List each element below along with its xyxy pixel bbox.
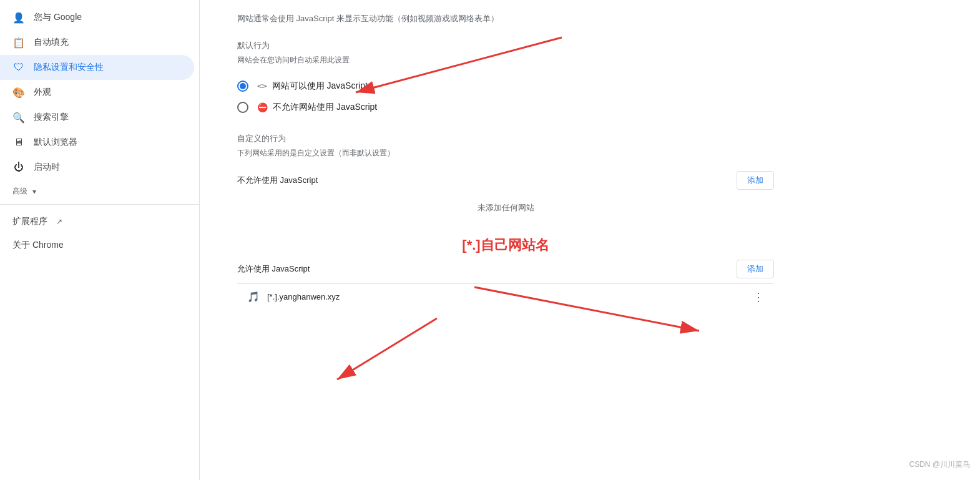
sidebar-item-privacy[interactable]: 🛡 隐私设置和安全性 (0, 55, 194, 80)
chevron-down-icon: ▾ (32, 187, 36, 196)
allow-js-section: 允许使用 JavaScript 添加 🎵 [*.].yanghanwen.xyz… (237, 260, 774, 310)
code-icon: <> (257, 81, 267, 91)
no-script-icon: ⛔ (257, 102, 268, 112)
sidebar-item-appearance[interactable]: 🎨 外观 (0, 80, 194, 105)
search-icon: 🔍 (12, 111, 25, 124)
external-link-icon: ↗ (56, 217, 62, 226)
radio-option-disallow[interactable]: ⛔ 不允许网站使用 JavaScript (237, 97, 774, 118)
radio-allow-label-group: <> 网站可以使用 JavaScript (257, 81, 368, 92)
add-allow-button[interactable]: 添加 (737, 260, 774, 278)
sidebar-item-label: 隐私设置和安全性 (34, 62, 104, 73)
allow-label: 允许使用 JavaScript (237, 263, 310, 275)
sidebar-item-label: 自动填充 (34, 37, 69, 48)
sidebar-item-startup[interactable]: ⏻ 启动时 (0, 155, 194, 180)
disallow-header: 不允许使用 JavaScript 添加 (237, 171, 774, 190)
extensions-label: 扩展程序 (12, 216, 47, 227)
sidebar-divider (0, 204, 199, 205)
custom-behavior-section: 自定义的行为 下列网站采用的是自定义设置（而非默认设置） 不允许使用 JavaS… (237, 133, 774, 310)
advanced-label: 高级 (12, 186, 27, 197)
autofill-icon: 📋 (12, 36, 25, 49)
sidebar-item-label: 您与 Google (34, 12, 82, 23)
site-name: [*.].yanghanwen.xyz (267, 292, 745, 301)
annotation-text: [*.]自己网站名 (237, 236, 774, 255)
radio-disallow-indicator (237, 102, 248, 113)
disallow-label: 不允许使用 JavaScript (237, 175, 318, 186)
disallow-empty-text: 未添加任何网站 (237, 195, 774, 221)
default-behavior-title: 默认行为 (237, 40, 774, 51)
sidebar-item-search[interactable]: 🔍 搜索引擎 (0, 105, 194, 130)
power-icon: ⏻ (12, 161, 25, 174)
watermark: CSDN @川川菜鸟 (909, 459, 970, 470)
more-options-icon[interactable]: ⋮ (753, 290, 764, 304)
radio-allow-text: 网站可以使用 JavaScript (272, 81, 368, 92)
radio-disallow-text: 不允许网站使用 JavaScript (273, 102, 377, 113)
sidebar-item-google-account[interactable]: 👤 您与 Google (0, 5, 194, 30)
sidebar-item-label: 外观 (34, 87, 51, 98)
person-icon: 👤 (12, 11, 25, 24)
site-item: 🎵 [*.].yanghanwen.xyz ⋮ (237, 283, 774, 310)
javascript-settings-section: 网站通常会使用 JavaScript 来显示互动功能（例如视频游戏或网络表单） … (237, 0, 774, 338)
custom-behavior-title: 自定义的行为 (237, 133, 774, 144)
sidebar-item-label: 搜索引擎 (34, 112, 69, 123)
sidebar: 👤 您与 Google 📋 自动填充 🛡 隐私设置和安全性 🎨 外观 🔍 搜索引… (0, 0, 200, 480)
custom-behavior-subtitle: 下列网站采用的是自定义设置（而非默认设置） (237, 148, 774, 159)
radio-allow-indicator (237, 81, 248, 92)
music-icon: 🎵 (247, 291, 260, 303)
add-disallow-button[interactable]: 添加 (737, 171, 774, 190)
default-behavior-group: 默认行为 网站会在您访问时自动采用此设置 <> 网站可以使用 JavaScrip… (237, 40, 774, 118)
sidebar-item-default-browser[interactable]: 🖥 默认浏览器 (0, 130, 194, 155)
sidebar-advanced-section[interactable]: 高级 ▾ (0, 180, 199, 199)
sidebar-item-about[interactable]: 关于 Chrome (0, 233, 199, 257)
shield-icon: 🛡 (12, 61, 25, 74)
disallow-js-section: 不允许使用 JavaScript 添加 未添加任何网站 (237, 171, 774, 221)
main-content: 网站通常会使用 JavaScript 来显示互动功能（例如视频游戏或网络表单） … (200, 0, 980, 480)
sidebar-item-extensions[interactable]: 扩展程序 ↗ (0, 210, 199, 233)
sidebar-item-label: 启动时 (34, 162, 60, 173)
browser-icon: 🖥 (12, 136, 25, 149)
palette-icon: 🎨 (12, 86, 25, 99)
radio-option-allow[interactable]: <> 网站可以使用 JavaScript (237, 76, 774, 97)
radio-disallow-label-group: ⛔ 不允许网站使用 JavaScript (257, 102, 377, 113)
allow-header: 允许使用 JavaScript 添加 (237, 260, 774, 278)
sidebar-item-label: 默认浏览器 (34, 137, 77, 148)
description-text: 网站通常会使用 JavaScript 来显示互动功能（例如视频游戏或网络表单） (237, 12, 774, 25)
default-behavior-subtitle: 网站会在您访问时自动采用此设置 (237, 55, 774, 66)
sidebar-item-autofill[interactable]: 📋 自动填充 (0, 30, 194, 55)
about-label: 关于 Chrome (12, 240, 64, 251)
